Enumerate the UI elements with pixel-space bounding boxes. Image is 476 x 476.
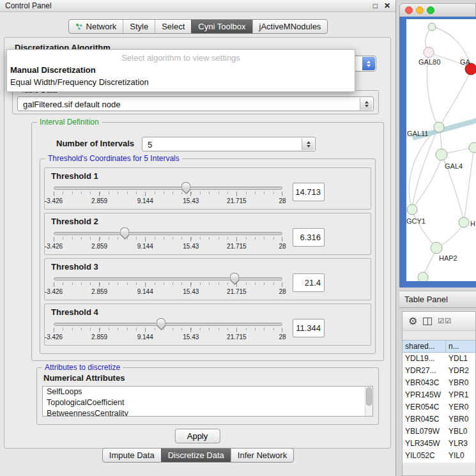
zoom-traffic-light-icon[interactable] [427, 6, 434, 14]
network-window-titlebar[interactable] [399, 3, 476, 17]
table-row[interactable]: YDL19... YDL1 [403, 353, 475, 365]
table-row[interactable]: YBR045C YBR0 [403, 413, 475, 426]
numerical-attributes-list[interactable]: SelfLoops TopologicalCoefficient Between… [42, 386, 373, 417]
tab-discretize-data[interactable]: Discretize Data [161, 449, 231, 462]
tab-cyni-toolbox[interactable]: Cyni Toolbox [191, 20, 252, 33]
table-row[interactable]: YIL052C YIL0 [403, 450, 475, 462]
slider-handle[interactable] [229, 273, 239, 280]
threshold-1-value-field[interactable]: 14.713 [293, 183, 325, 201]
window-controls: □ ✕ [373, 1, 390, 10]
node-gal4[interactable] [436, 149, 447, 160]
gear-icon[interactable]: ⚙ [408, 316, 417, 326]
tab-impute-data[interactable]: Impute Data [103, 449, 161, 462]
bottom-tab-group: Impute Data Discretize Data Infer Networ… [102, 448, 294, 463]
tab-select-label: Select [162, 22, 185, 31]
scale-label: 28 [279, 288, 286, 295]
arrow-down-icon [307, 145, 311, 148]
scale-label: 9.144 [137, 243, 153, 250]
threshold-4-slider[interactable]: -3.426 2.859 9.144 15.43 21.715 28 [54, 319, 282, 343]
list-item[interactable]: SelfLoops [43, 387, 372, 397]
cell: YIL052C [403, 450, 446, 462]
threshold-4-value-field[interactable]: 11.344 [293, 319, 325, 337]
control-panel-titlebar[interactable]: Control Panel □ ✕ [0, 0, 395, 12]
apply-button[interactable]: Apply [175, 429, 220, 443]
node-label-ga: GA [460, 58, 471, 66]
close-traffic-light-icon[interactable] [405, 6, 413, 14]
threshold-4-label: Threshold 4 [51, 307, 365, 317]
cell: YIL0 [446, 450, 475, 462]
list-scrollbar[interactable] [365, 387, 372, 416]
slider-track[interactable] [54, 277, 282, 280]
slider-track[interactable] [54, 187, 282, 190]
node-gcy1[interactable] [407, 204, 417, 215]
column-header-name[interactable]: n... [446, 341, 475, 352]
minimize-traffic-light-icon[interactable] [416, 6, 424, 14]
threshold-3-panel: Threshold 3 -3.426 2.859 9.144 [44, 258, 371, 300]
scale-label: 9.144 [137, 288, 153, 295]
tab-network[interactable]: Network [69, 20, 123, 33]
node[interactable] [428, 23, 436, 31]
list-item[interactable]: BetweennessCentrality [43, 408, 372, 417]
scale-label: 9.144 [137, 197, 153, 204]
arrow-down-icon [365, 105, 369, 107]
threshold-3-value-field[interactable]: 21.4 [293, 273, 325, 292]
table-window: ⚙ ☑☑ shared... n... YDL19... YDL1 YDR27.… [402, 311, 476, 476]
node[interactable] [459, 217, 469, 227]
node-hap2[interactable] [431, 242, 442, 254]
node[interactable] [469, 142, 476, 153]
threshold-2-slider[interactable]: -3.426 2.859 9.144 15.43 21.715 28 [54, 228, 282, 252]
table-row[interactable]: YPR145W YPR1 [403, 389, 475, 401]
threshold-2-value-field[interactable]: 6.316 [293, 228, 325, 247]
node-gal80[interactable] [424, 47, 434, 58]
cell: YBR0 [446, 413, 475, 426]
table-row[interactable]: YDR27... YDR2 [403, 365, 475, 377]
scale-label: 21.715 [227, 197, 247, 204]
columns-icon[interactable] [423, 318, 432, 325]
scale-label: -3.426 [45, 197, 63, 204]
slider-handle[interactable] [157, 318, 166, 325]
combo-stepper-icon[interactable] [360, 98, 372, 110]
network-window: GAL80 GA GAL11 GAL4 GCY1 H HAP2 [399, 3, 476, 288]
table-row[interactable]: YER054C YER0 [403, 401, 475, 413]
combo-stepper-icon[interactable] [302, 138, 314, 150]
scale-label: 15.43 [183, 243, 199, 250]
number-of-intervals-combobox[interactable]: 5 [142, 137, 316, 151]
table-row[interactable]: YBL079W YBL0 [403, 426, 475, 438]
slider-track[interactable] [54, 323, 282, 326]
menu-item-equal-width-frequency-discretization[interactable]: Equal Width/Frequency Discretization [7, 76, 355, 88]
tab-network-label: Network [86, 22, 117, 31]
network-view-frame: GAL80 GA GAL11 GAL4 GCY1 H HAP2 [399, 17, 476, 288]
select-all-checkboxes-icon[interactable]: ☑☑ [438, 317, 452, 325]
threshold-3-slider[interactable]: -3.426 2.859 9.144 15.43 21.715 28 [54, 273, 282, 298]
slider-major-ticks [54, 192, 282, 196]
scrollbar-thumb[interactable] [366, 387, 372, 406]
cell: YDL19... [403, 353, 446, 365]
list-item[interactable]: TopologicalCoefficient [43, 397, 372, 408]
menu-item-manual-discretization[interactable]: Manual Discretization [7, 64, 355, 76]
arrow-up-icon [365, 101, 369, 104]
threshold-1-slider[interactable]: -3.426 2.859 9.144 15.43 21.715 28 [54, 183, 282, 207]
tab-select[interactable]: Select [155, 20, 191, 33]
tab-jactivemnodules[interactable]: jActiveMNodules [252, 20, 328, 33]
slider-scale: -3.426 2.859 9.144 15.43 21.715 28 [54, 243, 282, 250]
table-row[interactable]: YBR043C YBR0 [403, 377, 475, 389]
tab-infer-network[interactable]: Infer Network [231, 449, 293, 462]
slider-handle[interactable] [181, 182, 190, 189]
attributes-group-title: Attributes to discretize [42, 363, 123, 372]
slider-track[interactable] [54, 232, 282, 235]
node[interactable] [418, 272, 428, 281]
slider-scale: -3.426 2.859 9.144 15.43 21.715 28 [54, 288, 282, 296]
tab-style[interactable]: Style [123, 20, 155, 33]
table-row[interactable]: YLR345W YLR3 [403, 438, 475, 450]
close-icon[interactable]: ✕ [384, 1, 390, 10]
node-gal11[interactable] [434, 122, 444, 132]
numerical-attributes-label: Numerical Attributes [43, 373, 125, 383]
scale-label: -3.426 [45, 288, 63, 295]
slider-handle[interactable] [119, 227, 129, 234]
table-data-combobox[interactable]: galFiltered.sif default node [17, 96, 374, 111]
float-window-icon[interactable]: □ [373, 1, 378, 10]
column-header-shared-name[interactable]: shared... [403, 341, 446, 352]
combo-stepper-icon[interactable] [362, 57, 375, 70]
table-panel-header[interactable]: Table Panel [399, 291, 476, 308]
network-canvas[interactable]: GAL80 GA GAL11 GAL4 GCY1 H HAP2 [406, 19, 476, 281]
